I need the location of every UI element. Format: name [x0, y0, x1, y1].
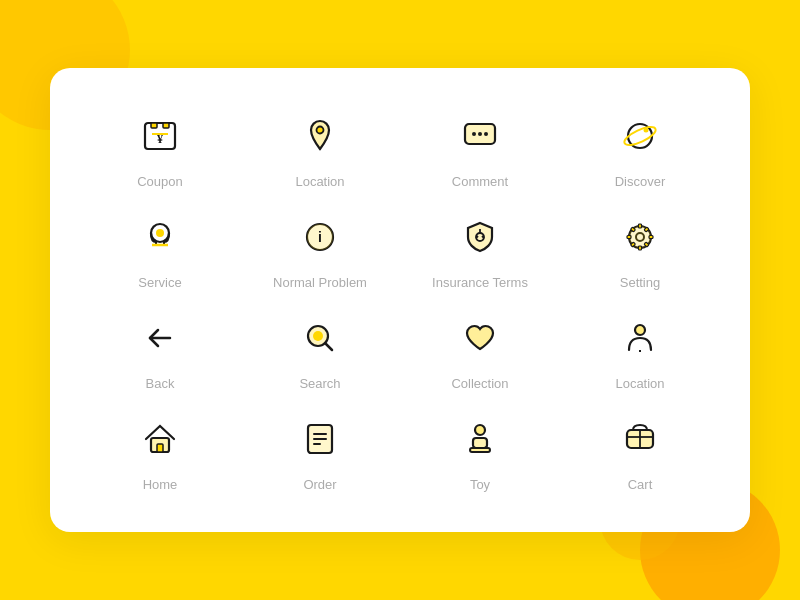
icon-item-location2[interactable]: Location [560, 310, 720, 391]
icon-item-cart[interactable]: Cart [560, 411, 720, 492]
icon-item-search[interactable]: Search [240, 310, 400, 391]
icon-item-comment[interactable]: Comment [400, 108, 560, 189]
icon-item-coupon[interactable]: ¥ Coupon [80, 108, 240, 189]
icon-item-collection[interactable]: Collection [400, 310, 560, 391]
svg-point-8 [478, 132, 482, 136]
icon-item-normal-problem[interactable]: i Normal Problem [240, 209, 400, 290]
collection-label: Collection [451, 376, 508, 391]
location2-label: Location [615, 376, 664, 391]
search-icon [292, 310, 348, 366]
order-label: Order [303, 477, 336, 492]
normal-problem-icon: i [292, 209, 348, 265]
service-icon [132, 209, 188, 265]
svg-point-9 [484, 132, 488, 136]
icon-item-order[interactable]: Order [240, 411, 400, 492]
back-icon [132, 310, 188, 366]
svg-text:i: i [318, 229, 322, 245]
person-location-icon [612, 310, 668, 366]
location1-icon [292, 108, 348, 164]
search-label: Search [299, 376, 340, 391]
svg-rect-24 [639, 224, 642, 228]
svg-rect-26 [627, 236, 631, 239]
svg-point-12 [644, 128, 649, 133]
insurance-terms-label: Insurance Terms [432, 275, 528, 290]
coupon-label: Coupon [137, 174, 183, 189]
svg-point-11 [622, 123, 658, 148]
icon-grid: ¥ Coupon Location [80, 108, 720, 492]
icon-item-discover[interactable]: Discover [560, 108, 720, 189]
comment-icon [452, 108, 508, 164]
svg-point-34 [313, 331, 323, 341]
icon-item-home[interactable]: Home [80, 411, 240, 492]
svg-point-7 [472, 132, 476, 136]
cart-icon [612, 411, 668, 467]
discover-icon [612, 108, 668, 164]
coupon-icon: ¥ [132, 108, 188, 164]
home-label: Home [143, 477, 178, 492]
main-card: ¥ Coupon Location [50, 68, 750, 532]
service-label: Service [138, 275, 181, 290]
svg-line-35 [325, 343, 332, 350]
svg-rect-1 [151, 123, 157, 128]
collection-icon [452, 310, 508, 366]
home-icon [132, 411, 188, 467]
svg-rect-46 [470, 448, 490, 452]
svg-point-15 [156, 229, 164, 237]
back-label: Back [146, 376, 175, 391]
svg-point-5 [317, 127, 324, 134]
toy-icon [452, 411, 508, 467]
icon-item-location1[interactable]: Location [240, 108, 400, 189]
svg-point-44 [475, 425, 485, 435]
insurance-terms-icon [452, 209, 508, 265]
svg-rect-25 [639, 246, 642, 250]
toy-label: Toy [470, 477, 490, 492]
svg-rect-27 [649, 236, 653, 239]
icon-item-toy[interactable]: Toy [400, 411, 560, 492]
svg-point-36 [635, 325, 645, 335]
normal-problem-label: Normal Problem [273, 275, 367, 290]
location1-label: Location [295, 174, 344, 189]
svg-rect-2 [163, 123, 169, 128]
cart-label: Cart [628, 477, 653, 492]
icon-item-insurance-terms[interactable]: Insurance Terms [400, 209, 560, 290]
svg-rect-39 [157, 444, 163, 452]
icon-item-service[interactable]: Service [80, 209, 240, 290]
svg-rect-45 [473, 438, 487, 448]
comment-label: Comment [452, 174, 508, 189]
discover-label: Discover [615, 174, 666, 189]
order-icon [292, 411, 348, 467]
icon-item-back[interactable]: Back [80, 310, 240, 391]
icon-item-setting[interactable]: Setting [560, 209, 720, 290]
setting-label: Setting [620, 275, 660, 290]
setting-icon [612, 209, 668, 265]
